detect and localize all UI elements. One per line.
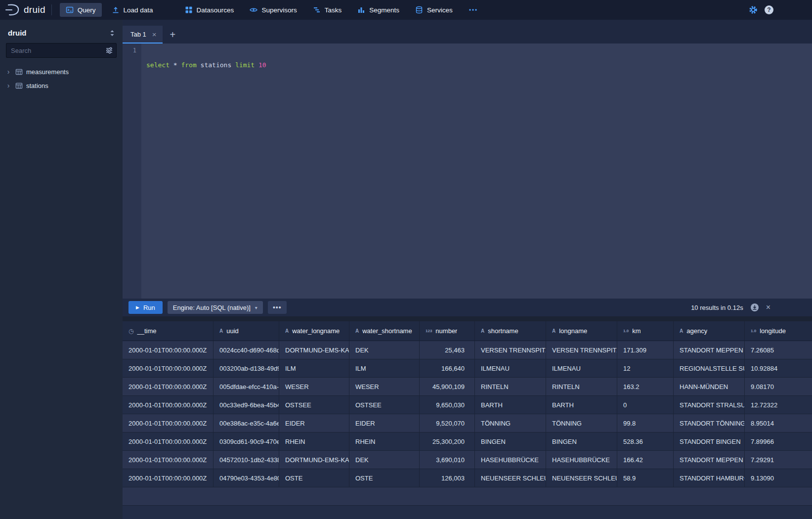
cell[interactable]: STANDORT MEPPEN — [674, 451, 745, 469]
cell[interactable]: WESER — [279, 378, 349, 395]
cell[interactable]: DEK — [349, 451, 420, 469]
cell[interactable]: STANDORT MEPPEN — [674, 341, 745, 359]
cell[interactable]: 9,650,030 — [420, 396, 475, 414]
cell[interactable]: 163.2 — [617, 378, 674, 395]
nav-services[interactable]: Services — [409, 3, 459, 17]
cell[interactable]: HASEHUBBRÜCKE — [475, 451, 546, 469]
cell[interactable]: 528.36 — [617, 432, 674, 450]
column-header-longitude[interactable]: 1.0longitude — [745, 321, 812, 341]
cell[interactable]: 166,640 — [420, 359, 475, 377]
cell[interactable]: REGIONALSTELLE SUHL — [674, 359, 745, 377]
cell[interactable]: 10.92884 — [745, 359, 812, 377]
cell[interactable]: 7.89966 — [745, 432, 812, 450]
cell[interactable]: 7.26085 — [745, 341, 812, 359]
column-header-__time[interactable]: ◷__time — [123, 321, 214, 341]
cell[interactable]: 04790e03-4353-4e80-be — [214, 469, 279, 487]
nav-more[interactable] — [463, 3, 483, 17]
cell[interactable]: TÖNNING — [475, 414, 546, 432]
column-header-km[interactable]: 1.0km — [617, 321, 674, 341]
cell[interactable]: DORTMUND-EMS-KANA — [279, 341, 349, 359]
cell[interactable]: 2000-01-01T00:00:00.000Z — [123, 396, 214, 414]
more-options-button[interactable]: ••• — [268, 301, 287, 314]
cell[interactable]: VERSEN TRENNSPITZE — [546, 341, 617, 359]
cell[interactable]: 9.13090 — [745, 469, 812, 487]
cell[interactable]: ILM — [349, 359, 420, 377]
cell[interactable]: 003200ab-d138-49d9-aa — [214, 359, 279, 377]
cell[interactable]: WESER — [349, 378, 420, 395]
cell[interactable]: 2000-01-01T00:00:00.000Z — [123, 359, 214, 377]
cell[interactable]: 12.72322 — [745, 396, 812, 414]
nav-datasources[interactable]: Datasources — [179, 3, 240, 17]
cell[interactable]: STANDORT HAMBURG — [674, 469, 745, 487]
cell[interactable]: 166.42 — [617, 451, 674, 469]
column-header-longname[interactable]: Alongname — [546, 321, 617, 341]
cell[interactable]: 3,690,010 — [420, 451, 475, 469]
cell[interactable]: ILMENAU — [475, 359, 546, 377]
cell[interactable]: DORTMUND-EMS-KANA — [279, 451, 349, 469]
cell[interactable]: 58.9 — [617, 469, 674, 487]
run-button[interactable]: ▶ Run — [128, 301, 163, 314]
cell[interactable]: OSTSEE — [279, 396, 349, 414]
cell[interactable]: RINTELN — [546, 378, 617, 395]
cell[interactable]: NEUENSEER SCHLEUSEN — [475, 469, 546, 487]
cell[interactable]: TÖNNING — [546, 414, 617, 432]
column-header-agency[interactable]: Aagency — [674, 321, 745, 341]
cell[interactable]: OSTE — [279, 469, 349, 487]
search-input[interactable] — [6, 43, 117, 58]
cell[interactable]: BARTH — [546, 396, 617, 414]
close-results-icon[interactable]: × — [766, 303, 770, 311]
cell[interactable]: 171.309 — [617, 341, 674, 359]
cell[interactable]: RHEIN — [349, 432, 420, 450]
cell[interactable]: 04572010-1db2-4338-85 — [214, 451, 279, 469]
cell[interactable]: 2000-01-01T00:00:00.000Z — [123, 469, 214, 487]
column-header-water_shortname[interactable]: Awater_shortname — [349, 321, 420, 341]
code-area[interactable]: select * from stations limit 10 — [141, 43, 812, 299]
cell[interactable]: NEUENSEER SCHLEUSEN — [546, 469, 617, 487]
cell[interactable]: 45,900,109 — [420, 378, 475, 395]
settings-gear-icon[interactable] — [749, 5, 758, 14]
cell[interactable]: VERSEN TRENNSPITZE — [475, 341, 546, 359]
tab-1[interactable]: Tab 1 × — [123, 26, 163, 43]
cell[interactable]: 9.08170 — [745, 378, 812, 395]
cell[interactable]: DEK — [349, 341, 420, 359]
cell[interactable]: OSTE — [349, 469, 420, 487]
nav-supervisors[interactable]: Supervisors — [244, 3, 302, 17]
column-header-number[interactable]: 123number — [420, 321, 475, 341]
cell[interactable]: 126,003 — [420, 469, 475, 487]
engine-selector[interactable]: Engine: Auto [SQL (native)] ▾ — [168, 301, 263, 314]
cell[interactable]: ILMENAU — [546, 359, 617, 377]
cell[interactable]: HASEHUBBRÜCKE — [546, 451, 617, 469]
cell[interactable]: BARTH — [475, 396, 546, 414]
column-header-water_longname[interactable]: Awater_longname — [279, 321, 349, 341]
filter-icon[interactable] — [105, 46, 113, 54]
cell[interactable]: ILM — [279, 359, 349, 377]
cell[interactable]: STANDORT STRALSUND — [674, 396, 745, 414]
cell[interactable]: 25,463 — [420, 341, 475, 359]
cell[interactable]: 0024cc40-d690-468d-84 — [214, 341, 279, 359]
column-header-uuid[interactable]: Auuid — [214, 321, 279, 341]
cell[interactable]: 2000-01-01T00:00:00.000Z — [123, 341, 214, 359]
cell[interactable]: BINGEN — [475, 432, 546, 450]
column-header-shortname[interactable]: Ashortname — [475, 321, 546, 341]
help-icon[interactable]: ? — [765, 5, 773, 14]
cell[interactable]: OSTSEE — [349, 396, 420, 414]
add-tab-button[interactable]: + — [163, 26, 183, 43]
cell[interactable]: EIDER — [349, 414, 420, 432]
tree-item-measurements[interactable]: › measurements — [0, 65, 123, 79]
cell[interactable]: STANDORT TÖNNING — [674, 414, 745, 432]
tree-item-stations[interactable]: › stations — [0, 79, 123, 92]
cell[interactable]: 2000-01-01T00:00:00.000Z — [123, 414, 214, 432]
cell[interactable]: STANDORT BINGEN — [674, 432, 745, 450]
cell[interactable]: 00c33ed9-6bea-45b4-87 — [214, 396, 279, 414]
nav-load-data[interactable]: Load data — [106, 3, 159, 17]
brand[interactable]: druid — [5, 3, 45, 16]
cell[interactable]: 2000-01-01T00:00:00.000Z — [123, 432, 214, 450]
cell[interactable]: 9,520,070 — [420, 414, 475, 432]
tab-close-icon[interactable]: × — [152, 31, 157, 38]
cell[interactable]: RINTELN — [475, 378, 546, 395]
cell[interactable]: 12 — [617, 359, 674, 377]
cell[interactable]: 25,300,200 — [420, 432, 475, 450]
nav-tasks[interactable]: Tasks — [307, 3, 348, 17]
cell[interactable]: HANN-MÜNDEN — [674, 378, 745, 395]
cell[interactable]: 0309cd61-90c9-470e-99 — [214, 432, 279, 450]
